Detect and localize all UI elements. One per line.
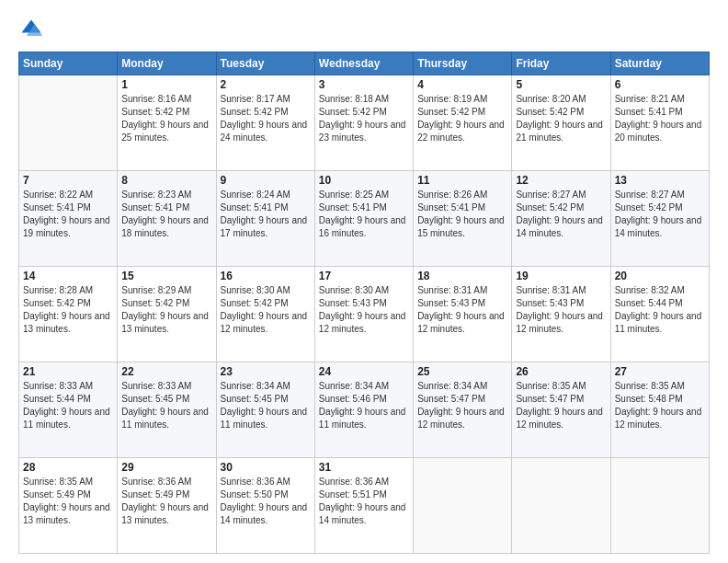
day-number: 26 bbox=[516, 365, 606, 378]
day-cell: 13Sunrise: 8:27 AMSunset: 5:42 PMDayligh… bbox=[610, 171, 709, 267]
day-cell: 3Sunrise: 8:18 AMSunset: 5:42 PMDaylight… bbox=[314, 75, 413, 171]
day-info: Sunrise: 8:35 AMSunset: 5:48 PMDaylight:… bbox=[615, 380, 705, 431]
day-number: 24 bbox=[319, 365, 409, 378]
day-info: Sunrise: 8:21 AMSunset: 5:41 PMDaylight:… bbox=[615, 93, 705, 144]
day-cell: 17Sunrise: 8:30 AMSunset: 5:43 PMDayligh… bbox=[314, 267, 413, 362]
day-info: Sunrise: 8:20 AMSunset: 5:42 PMDaylight:… bbox=[516, 93, 606, 144]
day-number: 19 bbox=[516, 270, 606, 282]
day-info: Sunrise: 8:17 AMSunset: 5:42 PMDaylight:… bbox=[221, 93, 311, 144]
day-header-thursday: Thursday bbox=[414, 52, 512, 75]
day-header-wednesday: Wednesday bbox=[314, 52, 413, 75]
day-cell: 23Sunrise: 8:34 AMSunset: 5:45 PMDayligh… bbox=[216, 362, 314, 458]
day-cell: 5Sunrise: 8:20 AMSunset: 5:42 PMDaylight… bbox=[512, 75, 610, 171]
day-number: 15 bbox=[121, 270, 211, 282]
day-cell: 14Sunrise: 8:28 AMSunset: 5:42 PMDayligh… bbox=[19, 267, 118, 362]
calendar-header: SundayMondayTuesdayWednesdayThursdayFrid… bbox=[19, 52, 710, 75]
day-info: Sunrise: 8:33 AMSunset: 5:44 PMDaylight:… bbox=[23, 380, 113, 431]
day-cell: 1Sunrise: 8:16 AMSunset: 5:42 PMDaylight… bbox=[118, 75, 216, 171]
logo-icon bbox=[18, 17, 44, 42]
day-cell bbox=[414, 458, 512, 554]
day-cell: 30Sunrise: 8:36 AMSunset: 5:50 PMDayligh… bbox=[216, 458, 314, 554]
day-number: 1 bbox=[121, 78, 211, 91]
day-cell: 19Sunrise: 8:31 AMSunset: 5:43 PMDayligh… bbox=[512, 267, 610, 362]
day-cell: 15Sunrise: 8:29 AMSunset: 5:42 PMDayligh… bbox=[118, 267, 216, 362]
day-number: 22 bbox=[121, 365, 211, 378]
day-cell bbox=[512, 458, 610, 554]
day-cell: 6Sunrise: 8:21 AMSunset: 5:41 PMDaylight… bbox=[610, 75, 709, 171]
day-number: 13 bbox=[615, 174, 705, 187]
day-number: 25 bbox=[417, 365, 507, 378]
day-info: Sunrise: 8:36 AMSunset: 5:49 PMDaylight:… bbox=[121, 476, 211, 527]
week-row-2: 7Sunrise: 8:22 AMSunset: 5:41 PMDaylight… bbox=[19, 171, 710, 267]
day-cell: 27Sunrise: 8:35 AMSunset: 5:48 PMDayligh… bbox=[610, 362, 709, 458]
day-cell: 20Sunrise: 8:32 AMSunset: 5:44 PMDayligh… bbox=[610, 267, 709, 362]
day-info: Sunrise: 8:18 AMSunset: 5:42 PMDaylight:… bbox=[319, 93, 409, 144]
day-cell: 18Sunrise: 8:31 AMSunset: 5:43 PMDayligh… bbox=[414, 267, 512, 362]
day-info: Sunrise: 8:16 AMSunset: 5:42 PMDaylight:… bbox=[121, 93, 211, 144]
day-cell: 29Sunrise: 8:36 AMSunset: 5:49 PMDayligh… bbox=[118, 458, 216, 554]
week-row-5: 28Sunrise: 8:35 AMSunset: 5:49 PMDayligh… bbox=[19, 458, 710, 554]
day-info: Sunrise: 8:31 AMSunset: 5:43 PMDaylight:… bbox=[516, 284, 606, 336]
day-cell: 25Sunrise: 8:34 AMSunset: 5:47 PMDayligh… bbox=[414, 362, 512, 458]
day-cell: 16Sunrise: 8:30 AMSunset: 5:42 PMDayligh… bbox=[216, 267, 314, 362]
day-info: Sunrise: 8:24 AMSunset: 5:41 PMDaylight:… bbox=[221, 189, 311, 240]
day-info: Sunrise: 8:34 AMSunset: 5:47 PMDaylight:… bbox=[417, 380, 507, 431]
day-number: 20 bbox=[615, 270, 705, 282]
day-cell: 31Sunrise: 8:36 AMSunset: 5:51 PMDayligh… bbox=[314, 458, 413, 554]
day-info: Sunrise: 8:27 AMSunset: 5:42 PMDaylight:… bbox=[615, 189, 705, 240]
day-cell: 11Sunrise: 8:26 AMSunset: 5:41 PMDayligh… bbox=[414, 171, 512, 267]
day-number: 21 bbox=[23, 365, 113, 378]
page: SundayMondayTuesdayWednesdayThursdayFrid… bbox=[0, 0, 728, 563]
day-info: Sunrise: 8:28 AMSunset: 5:42 PMDaylight:… bbox=[23, 284, 113, 336]
calendar-body: 1Sunrise: 8:16 AMSunset: 5:42 PMDaylight… bbox=[19, 75, 710, 554]
week-row-1: 1Sunrise: 8:16 AMSunset: 5:42 PMDaylight… bbox=[19, 75, 710, 171]
day-cell: 7Sunrise: 8:22 AMSunset: 5:41 PMDaylight… bbox=[19, 171, 118, 267]
day-cell bbox=[19, 75, 118, 171]
day-info: Sunrise: 8:29 AMSunset: 5:42 PMDaylight:… bbox=[121, 284, 211, 336]
week-row-4: 21Sunrise: 8:33 AMSunset: 5:44 PMDayligh… bbox=[19, 362, 710, 458]
day-info: Sunrise: 8:35 AMSunset: 5:49 PMDaylight:… bbox=[23, 476, 113, 527]
day-info: Sunrise: 8:23 AMSunset: 5:41 PMDaylight:… bbox=[121, 189, 211, 240]
day-info: Sunrise: 8:31 AMSunset: 5:43 PMDaylight:… bbox=[417, 284, 507, 336]
day-header-tuesday: Tuesday bbox=[216, 52, 314, 75]
day-number: 10 bbox=[319, 174, 409, 187]
day-info: Sunrise: 8:30 AMSunset: 5:42 PMDaylight:… bbox=[221, 284, 311, 336]
day-header-friday: Friday bbox=[512, 52, 610, 75]
day-number: 18 bbox=[417, 270, 507, 282]
day-info: Sunrise: 8:35 AMSunset: 5:47 PMDaylight:… bbox=[516, 380, 606, 431]
day-header-saturday: Saturday bbox=[610, 52, 709, 75]
day-info: Sunrise: 8:32 AMSunset: 5:44 PMDaylight:… bbox=[615, 284, 705, 336]
day-info: Sunrise: 8:27 AMSunset: 5:42 PMDaylight:… bbox=[516, 189, 606, 240]
day-number: 29 bbox=[121, 461, 211, 474]
day-cell: 26Sunrise: 8:35 AMSunset: 5:47 PMDayligh… bbox=[512, 362, 610, 458]
day-cell: 8Sunrise: 8:23 AMSunset: 5:41 PMDaylight… bbox=[118, 171, 216, 267]
day-cell: 28Sunrise: 8:35 AMSunset: 5:49 PMDayligh… bbox=[19, 458, 118, 554]
day-cell: 2Sunrise: 8:17 AMSunset: 5:42 PMDaylight… bbox=[216, 75, 314, 171]
day-number: 31 bbox=[319, 461, 409, 474]
day-number: 11 bbox=[417, 174, 507, 187]
day-header-sunday: Sunday bbox=[19, 52, 118, 75]
day-number: 2 bbox=[221, 78, 311, 91]
day-cell: 22Sunrise: 8:33 AMSunset: 5:45 PMDayligh… bbox=[118, 362, 216, 458]
day-number: 7 bbox=[23, 174, 113, 187]
day-info: Sunrise: 8:34 AMSunset: 5:46 PMDaylight:… bbox=[319, 380, 409, 431]
day-info: Sunrise: 8:36 AMSunset: 5:51 PMDaylight:… bbox=[319, 476, 409, 527]
day-number: 6 bbox=[615, 78, 705, 91]
week-row-3: 14Sunrise: 8:28 AMSunset: 5:42 PMDayligh… bbox=[19, 267, 710, 362]
day-number: 28 bbox=[23, 461, 113, 474]
calendar: SundayMondayTuesdayWednesdayThursdayFrid… bbox=[18, 52, 710, 554]
day-number: 30 bbox=[221, 461, 311, 474]
day-info: Sunrise: 8:34 AMSunset: 5:45 PMDaylight:… bbox=[221, 380, 311, 431]
day-number: 12 bbox=[516, 174, 606, 187]
day-number: 23 bbox=[221, 365, 311, 378]
day-number: 14 bbox=[23, 270, 113, 282]
header-row: SundayMondayTuesdayWednesdayThursdayFrid… bbox=[19, 52, 710, 75]
day-number: 27 bbox=[615, 365, 705, 378]
day-cell: 10Sunrise: 8:25 AMSunset: 5:41 PMDayligh… bbox=[314, 171, 413, 267]
day-cell: 21Sunrise: 8:33 AMSunset: 5:44 PMDayligh… bbox=[19, 362, 118, 458]
day-cell: 12Sunrise: 8:27 AMSunset: 5:42 PMDayligh… bbox=[512, 171, 610, 267]
day-info: Sunrise: 8:26 AMSunset: 5:41 PMDaylight:… bbox=[417, 189, 507, 240]
day-info: Sunrise: 8:22 AMSunset: 5:41 PMDaylight:… bbox=[23, 189, 113, 240]
day-info: Sunrise: 8:36 AMSunset: 5:50 PMDaylight:… bbox=[221, 476, 311, 527]
day-info: Sunrise: 8:33 AMSunset: 5:45 PMDaylight:… bbox=[121, 380, 211, 431]
